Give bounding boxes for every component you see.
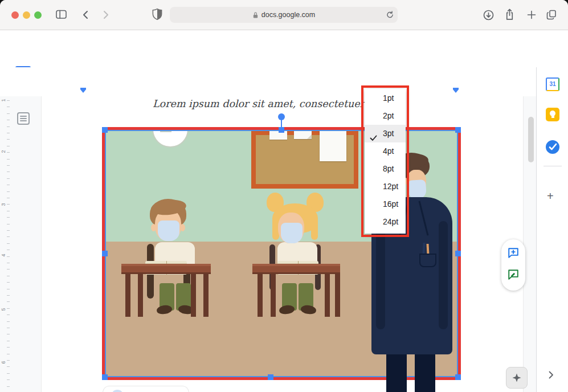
url-text: docs.google.com	[261, 11, 316, 19]
divider	[544, 166, 562, 166]
resize-handle-nw[interactable]	[102, 127, 108, 133]
keep-icon[interactable]	[546, 108, 559, 121]
tutorial-highlight-box	[361, 85, 409, 237]
chest-pocket	[419, 254, 436, 267]
expand-side-panel-icon[interactable]	[547, 370, 555, 382]
document-text[interactable]: Lorem ipsum dolor sit amet, consectetuer…	[153, 98, 390, 109]
forward-icon[interactable]	[102, 10, 110, 22]
tab-overview-icon[interactable]	[546, 9, 557, 22]
zoom-window-button[interactable]	[34, 11, 42, 19]
resize-handle-s[interactable]	[268, 374, 273, 380]
new-tab-icon[interactable]	[526, 10, 537, 22]
browser-window: docs.google.com Report ☆ File	[0, 0, 568, 392]
vertical-scrollbar[interactable]	[528, 117, 534, 162]
close-window-button[interactable]	[11, 11, 19, 19]
resize-handle-se[interactable]	[455, 374, 461, 380]
address-bar[interactable]: docs.google.com	[170, 7, 398, 23]
reload-icon[interactable]	[386, 10, 394, 22]
resize-handle-n[interactable]	[279, 127, 284, 133]
suggest-edits-icon[interactable]	[508, 269, 519, 283]
share-page-icon[interactable]	[504, 8, 515, 23]
rotate-handle[interactable]	[278, 113, 285, 120]
explore-button[interactable]	[506, 367, 528, 389]
minimize-window-button[interactable]	[23, 11, 30, 19]
left-margin-marker[interactable]	[80, 89, 86, 93]
document-outline-icon[interactable]	[17, 112, 30, 125]
resize-handle-sw[interactable]	[102, 374, 108, 380]
calendar-icon[interactable]: 31	[546, 77, 559, 91]
avatar	[111, 390, 124, 392]
toolbar: 100% 123	[0, 67, 536, 87]
back-icon[interactable]	[81, 10, 89, 22]
download-icon[interactable]	[483, 10, 494, 23]
get-addons-icon[interactable]: +	[547, 190, 554, 203]
docs-header: Report ☆ File Edit View Insert Format To…	[0, 30, 568, 67]
explore-star-icon	[512, 373, 522, 383]
privacy-shield-icon[interactable]	[152, 8, 163, 24]
resize-handle-w[interactable]	[102, 251, 108, 256]
resize-handle-ne[interactable]	[455, 127, 461, 133]
tasks-icon[interactable]	[546, 140, 559, 154]
side-panel: 31 +	[536, 67, 568, 392]
lock-icon	[252, 11, 259, 19]
add-comment-icon[interactable]	[508, 247, 519, 261]
comment-card-partial[interactable]	[103, 386, 189, 392]
right-margin-marker[interactable]	[453, 89, 459, 93]
resize-handle-e[interactable]	[455, 251, 461, 256]
browser-titlebar: docs.google.com	[0, 0, 568, 30]
sidebar-toggle-icon[interactable]	[55, 9, 67, 22]
comment-suggest-pill	[501, 239, 525, 291]
